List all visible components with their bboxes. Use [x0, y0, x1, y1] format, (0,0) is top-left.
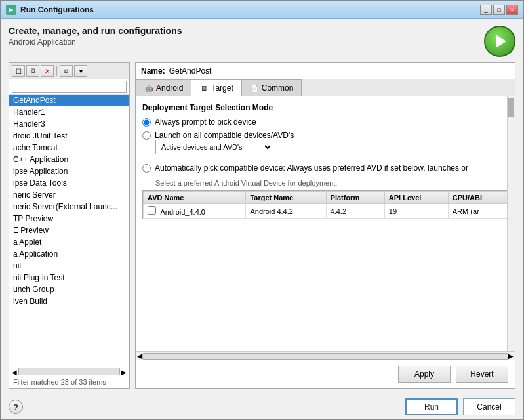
revert-button[interactable]: Revert [456, 366, 508, 383]
titlebar-controls: _ □ ✕ [480, 5, 518, 15]
bottom-buttons: Apply Revert [136, 360, 515, 388]
right-scrollbar[interactable] [507, 96, 515, 351]
name-value: GetAndPost [169, 66, 212, 75]
scroll-left-icon[interactable]: ◀ [137, 352, 142, 360]
search-input[interactable] [12, 81, 127, 93]
radio-auto-pick[interactable] [142, 164, 151, 173]
list-item[interactable]: a Applet [9, 236, 129, 248]
left-panel: ☐ ⧉ ✕ ⧈ ▾ GetAndPost Handler1 Handler3 d… [9, 62, 130, 388]
devices-dropdown[interactable]: Active devices and AVD's [155, 140, 273, 154]
right-panel: Name: GetAndPost 🤖 Android 🖥 Target 📄 [135, 62, 515, 388]
col-avd-name[interactable]: AVD Name [144, 192, 246, 204]
window-icon: ▶ [6, 5, 16, 15]
list-item[interactable]: GetAndPost [9, 94, 129, 106]
list-item[interactable]: ache Tomcat [9, 142, 129, 154]
android-icon: 🤖 [144, 83, 153, 93]
table-row: Android_4.4.0 Android 4.4.2 4.4.2 19 ARM… [144, 204, 508, 219]
list-item[interactable]: nit Plug-in Test [9, 272, 129, 284]
header-title: Create, manage, and run configurations [9, 26, 182, 36]
left-scrollbar-area: ◀ ▶ Filter matched 23 of 33 items [9, 366, 129, 388]
list-item[interactable]: Handler1 [9, 106, 129, 118]
run-footer-button[interactable]: Run [405, 398, 458, 415]
footer: ? Run Cancel [1, 394, 523, 419]
delete-config-button[interactable]: ✕ [41, 65, 54, 77]
list-item[interactable]: Handler3 [9, 118, 129, 130]
tab-common-label: Common [262, 83, 294, 93]
dropdown-row: Active devices and AVD's [155, 140, 508, 154]
list-item[interactable]: iven Build [9, 295, 129, 307]
tab-android-label: Android [156, 83, 183, 93]
list-item[interactable]: neric Server(External Launc... [9, 201, 129, 213]
list-item[interactable]: TP Preview [9, 213, 129, 224]
footer-right: Run Cancel [405, 398, 515, 415]
list-item[interactable]: C++ Application [9, 154, 129, 165]
scroll-left-btn[interactable]: ◀ [12, 369, 17, 376]
list-item[interactable]: neric Server [9, 189, 129, 201]
target-name-cell: Android 4.4.2 [246, 204, 326, 219]
api-level-cell: 19 [384, 204, 448, 219]
close-button[interactable]: ✕ [506, 5, 518, 15]
new-config-button[interactable]: ☐ [12, 65, 25, 77]
copy-config-button[interactable]: ⧉ [26, 65, 39, 77]
list-item[interactable]: nit [9, 260, 129, 272]
name-label: Name: [141, 66, 165, 75]
list-item[interactable]: unch Group [9, 284, 129, 295]
filter-button[interactable]: ⧈ [60, 65, 73, 77]
dropdown-button[interactable]: ▾ [74, 65, 87, 77]
list-item[interactable]: a Application [9, 248, 129, 260]
titlebar: ▶ Run Configurations _ □ ✕ [1, 1, 523, 19]
radio-label-3: Automatically pick compatible device: Al… [155, 163, 468, 173]
titlebar-title: Run Configurations [20, 5, 94, 14]
search-box [9, 79, 129, 94]
scroll-right-btn[interactable]: ▶ [121, 369, 127, 376]
left-toolbar: ☐ ⧉ ✕ ⧈ ▾ [9, 63, 129, 79]
radio-label-1: Always prompt to pick device [155, 117, 256, 127]
maximize-button[interactable]: □ [493, 5, 505, 15]
avd-hint: Select a preferred Android Virtual Devic… [155, 179, 508, 187]
header-text: Create, manage, and run configurations A… [9, 26, 182, 47]
radio-option-1[interactable]: Always prompt to pick device [142, 117, 508, 127]
radio-launch-all[interactable] [142, 131, 151, 140]
scroll-right-icon[interactable]: ▶ [508, 352, 514, 360]
col-api-level[interactable]: API Level [384, 192, 448, 204]
apply-button[interactable]: Apply [398, 366, 451, 383]
tab-target-label: Target [211, 83, 233, 93]
tab-target[interactable]: 🖥 Target [191, 79, 241, 96]
col-target-name[interactable]: Target Name [246, 192, 326, 204]
toolbar-separator [56, 66, 57, 76]
avd-table: AVD Name Target Name Platform API Level … [143, 191, 508, 219]
minimize-button[interactable]: _ [480, 5, 492, 15]
avd-table-wrapper: AVD Name Target Name Platform API Level … [142, 190, 508, 219]
radio-label-2: Launch on all compatible devices/AVD's [155, 131, 294, 140]
tabs-bar: 🤖 Android 🖥 Target 📄 Common [136, 79, 515, 96]
horizontal-scrollbar[interactable] [18, 368, 120, 375]
config-list: GetAndPost Handler1 Handler3 droid JUnit… [9, 94, 129, 366]
col-platform[interactable]: Platform [326, 192, 384, 204]
avd-name-value: Android_4.4.0 [160, 208, 205, 216]
col-cpu-abi[interactable]: CPU/ABI [448, 192, 507, 204]
tab-content: Deployment Target Selection Mode Always … [136, 96, 515, 351]
list-item[interactable]: E Preview [9, 224, 129, 236]
footer-left: ? [9, 400, 23, 414]
list-item[interactable]: droid JUnit Test [9, 130, 129, 142]
platform-cell: 4.4.2 [326, 204, 384, 219]
avd-checkbox[interactable] [148, 206, 156, 215]
radio-option-2[interactable]: Launch on all compatible devices/AVD's [142, 131, 508, 140]
run-button[interactable] [484, 26, 515, 57]
content-area: Create, manage, and run configurations A… [1, 19, 523, 394]
radio-option-3[interactable]: Automatically pick compatible device: Al… [142, 163, 508, 173]
titlebar-left: ▶ Run Configurations [6, 5, 94, 15]
name-bar: Name: GetAndPost [136, 63, 515, 79]
horiz-scroll-track[interactable] [142, 353, 508, 360]
radio-always-prompt[interactable] [142, 118, 151, 127]
run-configurations-window: ▶ Run Configurations _ □ ✕ Create, manag… [0, 0, 524, 420]
help-button[interactable]: ? [9, 400, 23, 414]
avd-name-cell: Android_4.4.0 [144, 204, 246, 219]
tab-android[interactable]: 🤖 Android [136, 79, 191, 96]
tab-common[interactable]: 📄 Common [241, 79, 302, 96]
run-triangle-icon [496, 35, 506, 48]
cpu-abi-cell: ARM (ar [448, 204, 507, 219]
list-item[interactable]: ipse Data Tools [9, 177, 129, 189]
cancel-button[interactable]: Cancel [463, 398, 515, 415]
list-item[interactable]: ipse Application [9, 165, 129, 177]
